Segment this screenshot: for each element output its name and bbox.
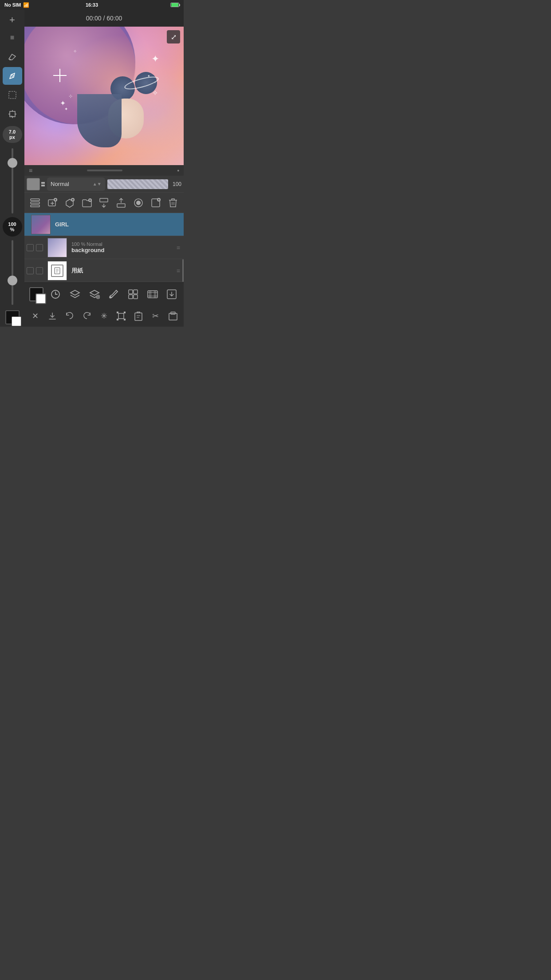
star-5: ⊹: [69, 94, 72, 99]
layer-list-icon[interactable]: [27, 195, 43, 211]
secondary-color[interactable]: [35, 293, 46, 304]
character: ✦ ✧: [73, 67, 161, 165]
pen-tool[interactable]: [3, 67, 22, 85]
undo-tool[interactable]: [61, 307, 79, 325]
add-folder-icon[interactable]: [79, 195, 95, 211]
svg-rect-4: [31, 202, 39, 204]
add-button[interactable]: +: [3, 12, 22, 28]
svg-rect-10: [100, 198, 108, 202]
mask-icon[interactable]: [130, 195, 146, 211]
left-toolbar: + ≡ 7.0: [0, 10, 24, 327]
layer-row-girl[interactable]: GIRL: [24, 213, 184, 236]
svg-rect-26: [118, 313, 124, 319]
expand-button[interactable]: ⤢: [167, 30, 180, 43]
bg-lock-check[interactable]: [36, 244, 43, 251]
status-right: [170, 3, 179, 7]
size-slider-container: [12, 146, 13, 216]
add-layer-icon[interactable]: [44, 195, 60, 211]
canvas-area[interactable]: ✦ ✧ ✦ ✦ ⊹ ✧: [24, 27, 184, 165]
svg-rect-24: [148, 291, 157, 298]
scroll-indicator: [182, 259, 184, 282]
drag-bar[interactable]: ≡ ⦁: [24, 165, 184, 176]
opacity-bar[interactable]: [107, 179, 168, 189]
last-toolbar: ✕: [24, 305, 184, 327]
svg-rect-11: [117, 204, 125, 207]
secondary-color-swatch[interactable]: [12, 316, 21, 326]
primary-color-swatch[interactable]: [5, 310, 20, 324]
svg-rect-31: [135, 313, 142, 320]
brush-tool[interactable]: [104, 285, 123, 304]
paste-tool[interactable]: [164, 307, 181, 325]
svg-rect-21: [134, 290, 138, 294]
paper-checkboxes: [24, 267, 45, 274]
drag-handle[interactable]: [87, 170, 122, 171]
primary-color[interactable]: [29, 287, 43, 301]
opacity-value: 100: [8, 221, 16, 227]
panel-menu-icon[interactable]: ≡: [29, 167, 32, 174]
girl-layer-thumb: [31, 215, 51, 234]
export-tool[interactable]: [162, 285, 181, 304]
merge-down-icon[interactable]: [96, 195, 112, 211]
opacity-slider[interactable]: [12, 240, 13, 305]
svg-rect-30: [124, 319, 126, 320]
brush-size-display[interactable]: 7.0 px: [3, 126, 22, 143]
brush-size-unit: px: [9, 134, 15, 140]
paper-lock-check[interactable]: [36, 267, 43, 274]
cut-tool[interactable]: ✂: [147, 307, 164, 325]
hair-flow: [77, 94, 122, 147]
flash-tool[interactable]: ✳: [95, 307, 113, 325]
grid-tool[interactable]: [124, 285, 142, 304]
clipboard-tool[interactable]: [130, 307, 147, 325]
opacity-unit: %: [10, 227, 15, 232]
main-content: 00:00 / 60:00 ✦ ✧ ✦ ✦ ⊹ ✧: [24, 10, 184, 327]
download-tool[interactable]: [44, 307, 61, 325]
merge-up-icon[interactable]: [113, 195, 129, 211]
eraser-tool[interactable]: [3, 48, 22, 66]
transform-tool-2[interactable]: [113, 307, 130, 325]
svg-point-19: [110, 296, 112, 298]
timer-label: 00:00 / 60:00: [86, 15, 122, 22]
animation-tool[interactable]: [143, 285, 162, 304]
delete-layer-icon[interactable]: [165, 195, 181, 211]
hair-sparkle-1: ✦: [147, 74, 150, 78]
quick-look-tool[interactable]: [46, 285, 65, 304]
star-6: ✧: [73, 49, 77, 54]
svg-rect-20: [129, 290, 133, 294]
size-slider-thumb[interactable]: [8, 158, 17, 168]
star-1: ✦: [151, 53, 159, 65]
opacity-slider-container: [12, 238, 13, 308]
layer-color-swatch[interactable]: [27, 178, 40, 190]
transform-tool[interactable]: [3, 105, 22, 123]
import-icon[interactable]: [148, 195, 164, 211]
paper-visibility-check[interactable]: [27, 267, 34, 274]
bottom-color-swatches[interactable]: [27, 285, 46, 304]
crosshair-cursor: [53, 69, 67, 82]
blend-mode-selector[interactable]: Normal ▲▼: [47, 178, 105, 191]
layer-row-paper[interactable]: 用紙 ≡: [24, 259, 184, 282]
opacity-display: 100 %: [3, 217, 22, 237]
bg-visibility-check[interactable]: [27, 244, 34, 251]
star-4: ✦: [60, 99, 66, 107]
add-3d-layer-icon[interactable]: [62, 195, 78, 211]
blend-mode-chevron: ▲▼: [93, 182, 102, 186]
panel-settings-icon[interactable]: ⦁: [177, 167, 179, 174]
selection-tool[interactable]: [3, 86, 22, 104]
layer-row-background[interactable]: 100 % Normal background ≡: [24, 236, 184, 259]
color-chevron[interactable]: [41, 182, 45, 186]
blend-mode-label: Normal: [51, 181, 69, 187]
opacity-slider-thumb[interactable]: [8, 276, 17, 285]
layer-settings-tool[interactable]: [85, 285, 104, 304]
bg-layer-meta: 100 % Normal: [71, 241, 171, 247]
bg-layer-menu[interactable]: ≡: [173, 244, 184, 251]
layers-tool[interactable]: [66, 285, 84, 304]
menu-button[interactable]: ≡: [3, 29, 22, 47]
paper-layer-thumb: [47, 261, 67, 281]
redo-tool[interactable]: [78, 307, 95, 325]
brush-size-value: 7.0: [9, 129, 16, 134]
status-bar: No SIM 📶 16:33: [0, 0, 184, 10]
cancel-tool[interactable]: ✕: [27, 307, 44, 325]
size-slider[interactable]: [12, 148, 13, 213]
svg-point-0: [12, 75, 13, 76]
layer-tools-row: [24, 193, 184, 213]
paper-layer-info: 用紙: [69, 267, 173, 275]
